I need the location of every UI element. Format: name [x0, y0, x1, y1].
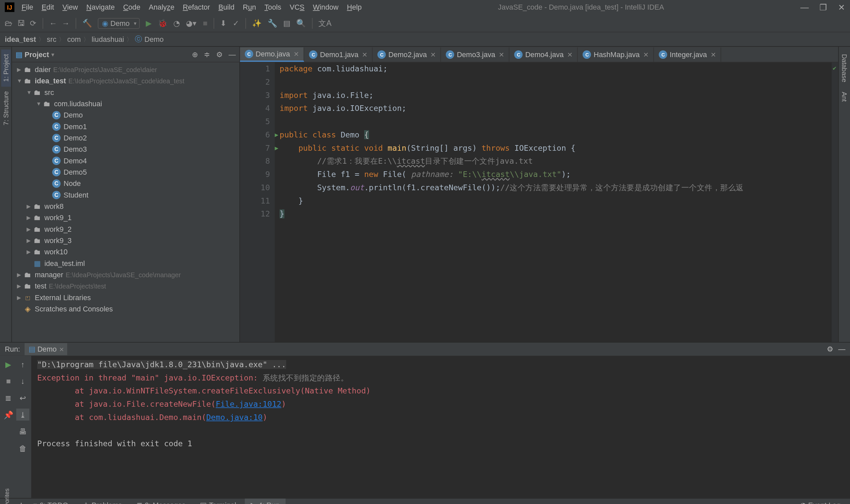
crumb-class[interactable]: Demo [144, 35, 164, 43]
tree-node-work9-3[interactable]: ▶🖿work9_3 [12, 235, 239, 246]
menu-analyze[interactable]: Analyze [149, 3, 174, 11]
translate-button[interactable]: 文A [319, 18, 331, 29]
editor-tab-demo1-java[interactable]: CDemo1.java✕ [305, 48, 373, 62]
tree-node-demo1[interactable]: CDemo1 [12, 121, 239, 132]
menu-tools[interactable]: Tools [264, 3, 281, 11]
code-content[interactable]: package com.liudashuai; import java.io.F… [275, 62, 831, 342]
tree-node-demo4[interactable]: CDemo4 [12, 155, 239, 166]
tree-node-demo[interactable]: CDemo [12, 109, 239, 121]
favorites-tool-tab[interactable]: 2: Favorites [4, 488, 10, 504]
tree-node-manager[interactable]: ▶🖿managerE:\IdeaProjects\JavaSE_code\man… [12, 269, 239, 280]
back-button[interactable]: ← [49, 19, 57, 28]
print-button[interactable]: 🖶 [16, 425, 30, 437]
maximize-button[interactable]: ❐ [819, 2, 827, 12]
forward-button[interactable]: → [62, 19, 69, 28]
layout-button[interactable]: ≣ [2, 392, 15, 404]
editor-tab-demo3-java[interactable]: CDemo3.java✕ [441, 48, 510, 62]
tree-node-work9-1[interactable]: ▶🖿work9_1 [12, 212, 239, 223]
tree-node-demo5[interactable]: CDemo5 [12, 166, 239, 178]
expand-all-icon[interactable]: ≑ [204, 50, 210, 58]
crumb-pkg[interactable]: liudashuai [92, 35, 124, 43]
event-log-tab[interactable]: ◔ Event Log [794, 499, 847, 504]
scroll-end-button[interactable]: ⤓ [16, 409, 30, 421]
profile-button[interactable]: ◕▾ [186, 19, 197, 28]
structure-tool-tab[interactable]: 7: Structure [1, 87, 11, 130]
menu-view[interactable]: View [62, 3, 78, 11]
stop-run-button[interactable]: ■ [2, 375, 15, 387]
menu-edit[interactable]: Edit [41, 3, 54, 11]
database-tool-tab[interactable]: Database [840, 49, 849, 87]
project-tree[interactable]: ▶🖿daierE:\IdeaProjects\JavaSE_code\daier… [12, 62, 239, 342]
debug-button[interactable]: 🐞 [158, 19, 167, 28]
messages-tab[interactable]: ≣ 0: Messages [130, 499, 192, 504]
open-button[interactable]: 🗁 [5, 19, 12, 28]
tree-node-node[interactable]: CNode [12, 178, 239, 189]
hide-panel-icon[interactable]: — [229, 50, 236, 58]
pin-button[interactable]: 📌 [2, 409, 15, 421]
menu-build[interactable]: Build [218, 3, 234, 11]
menu-vcs[interactable]: VCS [290, 3, 305, 11]
tree-node-com-liudashuai[interactable]: ▼🖿com.liudashuai [12, 98, 239, 109]
run-panel-tab[interactable]: ▤ Demo ✕ [25, 343, 67, 355]
run-button[interactable]: ▶ [146, 19, 152, 28]
console-output[interactable]: "D:\1program file\Java\jdk1.8.0_231\bin\… [31, 356, 850, 498]
minimize-button[interactable]: — [800, 2, 809, 12]
vcs-commit-button[interactable]: ✓ [233, 19, 239, 28]
tree-node-idea-test-iml[interactable]: ▦idea_test.iml [12, 257, 239, 269]
problems-tab[interactable]: ⚠ Problems [77, 499, 128, 504]
menu-refactor[interactable]: Refactor [183, 3, 210, 11]
terminal-tab[interactable]: ▣ Terminal [194, 499, 242, 504]
ant-tool-tab[interactable]: Ant [840, 87, 849, 107]
tree-node-idea-test[interactable]: ▼🖿idea_testE:\IdeaProjects\JavaSE_code\i… [12, 75, 239, 86]
crumb-project[interactable]: idea_test [5, 35, 36, 43]
save-button[interactable]: 🖫 [17, 19, 25, 28]
todo-tab[interactable]: ≡ 6: TODO [27, 499, 74, 504]
rerun-button[interactable]: ▶ [2, 358, 15, 370]
menu-code[interactable]: Code [123, 3, 141, 11]
editor-tab-demo2-java[interactable]: CDemo2.java✕ [373, 48, 441, 62]
up-stack-button[interactable]: ↑ [16, 358, 30, 370]
code-editor[interactable]: 123456▶7▶89101112 package com.liudashuai… [240, 62, 838, 342]
project-tool-tab[interactable]: 1: Project [1, 49, 11, 87]
wrench-button[interactable]: 🔧 [268, 19, 277, 28]
tree-node-scratches-and-consoles[interactable]: ◈Scratches and Consoles [12, 303, 239, 314]
tree-node-test[interactable]: ▶🖿testE:\IdeaProjects\test [12, 280, 239, 291]
select-open-file-icon[interactable]: ⊕ [192, 50, 198, 58]
search-button[interactable]: 🔍 [296, 19, 306, 28]
stacktrace-link-demo[interactable]: Demo.java:10 [206, 413, 263, 422]
editor-tab-integer-java[interactable]: CInteger.java✕ [654, 48, 721, 62]
down-stack-button[interactable]: ↓ [16, 375, 30, 387]
tree-node-daier[interactable]: ▶🖿daierE:\IdeaProjects\JavaSE_code\daier [12, 64, 239, 75]
coverage-button[interactable]: ◔ [173, 19, 180, 28]
stop-button[interactable]: ■ [203, 19, 207, 28]
menu-file[interactable]: File [22, 3, 33, 11]
settings-icon[interactable]: ⚙ [216, 50, 223, 58]
wrap-button[interactable]: ↩ [16, 392, 30, 404]
menu-navigate[interactable]: Navigate [86, 3, 115, 11]
error-stripe[interactable]: ✔ [831, 62, 838, 342]
project-structure-button[interactable]: ▤ [283, 19, 291, 28]
sync-button[interactable]: ⟳ [30, 19, 37, 28]
wand-button[interactable]: ✨ [252, 19, 261, 28]
editor-tab-hashmap-java[interactable]: CHashMap.java✕ [578, 48, 654, 62]
menu-help[interactable]: Help [347, 3, 362, 11]
run-config-selector[interactable]: ◉ Demo [98, 18, 140, 29]
run-tab[interactable]: ▶ 4: Run [245, 499, 286, 504]
tree-node-work9-2[interactable]: ▶🖿work9_2 [12, 223, 239, 234]
crumb-src[interactable]: src [47, 35, 56, 43]
vcs-update-button[interactable]: ⬇ [220, 19, 227, 28]
menu-run[interactable]: Run [243, 3, 256, 11]
tree-node-work10[interactable]: ▶🖿work10 [12, 246, 239, 257]
menu-window[interactable]: Window [313, 3, 338, 11]
crumb-com[interactable]: com [67, 35, 81, 43]
tree-node-student[interactable]: CStudent [12, 189, 239, 200]
tree-node-external-libraries[interactable]: ▶⏍External Libraries [12, 291, 239, 303]
stacktrace-link-file[interactable]: File.java:1012 [216, 399, 282, 408]
editor-gutter[interactable]: 123456▶7▶89101112 [240, 62, 275, 342]
editor-tab-demo4-java[interactable]: CDemo4.java✕ [510, 48, 578, 62]
run-settings-icon[interactable]: ⚙ [827, 345, 833, 353]
editor-tab-demo-java[interactable]: CDemo.java✕ [240, 48, 305, 62]
tree-node-demo3[interactable]: CDemo3 [12, 143, 239, 155]
close-button[interactable]: ✕ [838, 2, 845, 12]
tree-node-demo2[interactable]: CDemo2 [12, 132, 239, 143]
